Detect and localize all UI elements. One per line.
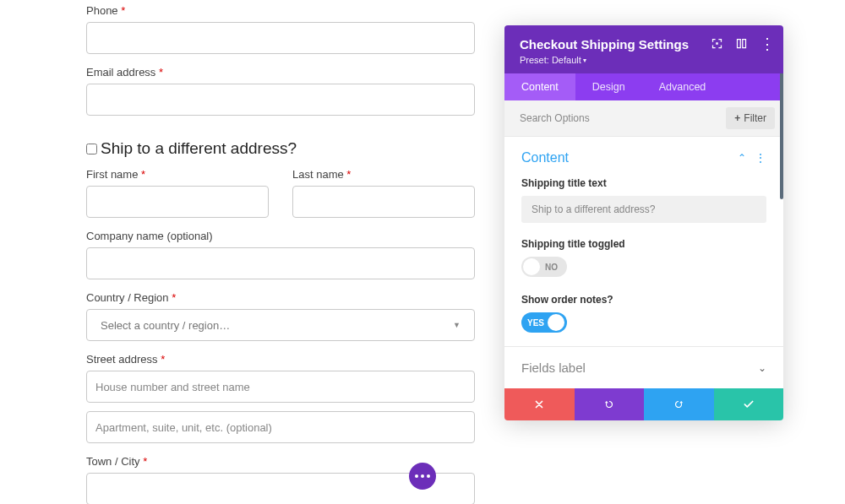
email-label: Email address * bbox=[86, 66, 475, 79]
chevron-down-icon: ⌄ bbox=[758, 362, 766, 374]
shipping-title-toggled-toggle[interactable]: NO bbox=[521, 257, 567, 277]
country-select[interactable]: Select a country / region… ▼ bbox=[86, 309, 475, 341]
plus-icon: + bbox=[734, 112, 740, 124]
filter-button[interactable]: +Filter bbox=[726, 107, 775, 129]
settings-panel: Checkout Shipping Settings Preset: Defau… bbox=[504, 25, 783, 420]
required-mark: * bbox=[161, 353, 165, 366]
redo-button[interactable] bbox=[644, 388, 714, 420]
close-icon bbox=[533, 398, 545, 410]
focus-icon[interactable] bbox=[711, 37, 723, 50]
collapse-section-icon[interactable]: ⌃ bbox=[738, 152, 746, 164]
street2-input[interactable] bbox=[86, 411, 475, 443]
opt-show-order-notes-label: Show order notes? bbox=[521, 294, 766, 306]
undo-icon bbox=[603, 398, 615, 410]
required-mark: * bbox=[121, 4, 125, 17]
section-fields-label[interactable]: Fields label ⌄ bbox=[504, 346, 783, 388]
company-label: Company name (optional) bbox=[86, 230, 475, 242]
redo-icon bbox=[673, 398, 684, 410]
section-menu-icon[interactable]: ⋮ bbox=[755, 151, 766, 165]
country-label: Country / Region * bbox=[86, 291, 475, 304]
show-order-notes-toggle[interactable]: YES bbox=[521, 312, 567, 333]
panel-preset[interactable]: Preset: Default▾ bbox=[520, 55, 768, 65]
svg-rect-0 bbox=[716, 42, 718, 45]
phone-label: Phone * bbox=[86, 4, 475, 17]
section-content-title: Content bbox=[521, 150, 569, 165]
panel-tabs: Content Design Advanced bbox=[504, 73, 783, 100]
chevron-down-icon: ▾ bbox=[583, 57, 586, 64]
last-name-input[interactable] bbox=[292, 186, 475, 218]
opt-shipping-title-toggled-label: Shipping title toggled bbox=[521, 238, 766, 250]
phone-input[interactable] bbox=[86, 22, 475, 54]
ship-different-checkbox[interactable] bbox=[86, 144, 97, 154]
tab-content[interactable]: Content bbox=[504, 73, 575, 100]
kebab-menu-icon[interactable]: ⋮ bbox=[760, 38, 775, 50]
last-name-label: Last name * bbox=[292, 168, 475, 181]
chevron-down-icon: ▼ bbox=[453, 321, 466, 329]
opt-shipping-title-text-label: Shipping title text bbox=[521, 177, 766, 189]
undo-button[interactable] bbox=[575, 388, 645, 420]
search-options-input[interactable]: Search Options bbox=[520, 112, 726, 124]
columns-icon[interactable] bbox=[735, 37, 748, 50]
required-mark: * bbox=[143, 455, 147, 468]
cancel-button[interactable] bbox=[504, 388, 575, 420]
module-options-fab[interactable] bbox=[409, 463, 436, 490]
email-input[interactable] bbox=[86, 84, 475, 116]
panel-action-bar bbox=[504, 388, 783, 420]
first-name-label: First name * bbox=[86, 168, 269, 181]
check-icon bbox=[743, 398, 755, 410]
required-mark: * bbox=[141, 168, 145, 181]
required-mark: * bbox=[159, 66, 163, 79]
first-name-input[interactable] bbox=[86, 186, 269, 218]
ship-different-title: Ship to a different address? bbox=[101, 139, 297, 158]
panel-header: Checkout Shipping Settings Preset: Defau… bbox=[504, 25, 783, 73]
save-button[interactable] bbox=[714, 388, 784, 420]
required-mark: * bbox=[172, 291, 176, 304]
required-mark: * bbox=[346, 168, 351, 181]
street-label: Street address * bbox=[86, 353, 475, 366]
street1-input[interactable] bbox=[86, 371, 475, 403]
shipping-title-text-input[interactable]: Ship to a different address? bbox=[521, 196, 766, 223]
tab-advanced[interactable]: Advanced bbox=[642, 73, 723, 100]
tab-design[interactable]: Design bbox=[575, 73, 642, 100]
company-input[interactable] bbox=[86, 247, 475, 279]
